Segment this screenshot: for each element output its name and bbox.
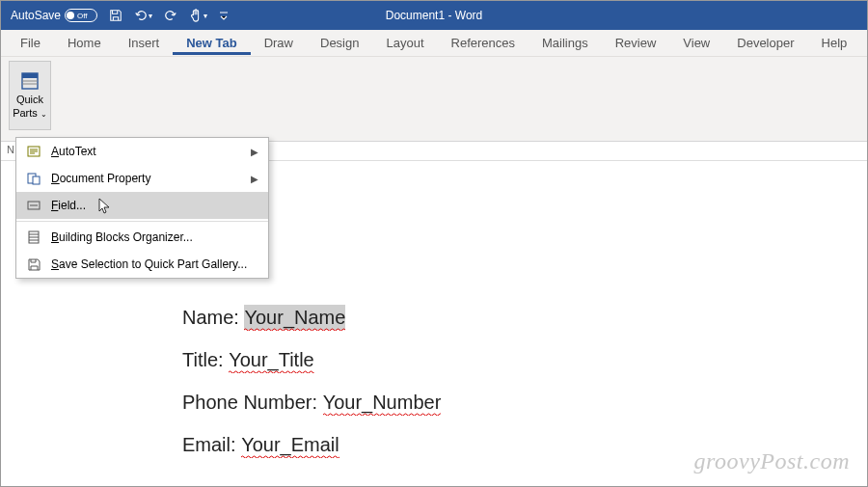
ribbon-tabs: File Home Insert New Tab Draw Design Lay…	[1, 30, 867, 57]
field-value: Your_Name	[244, 305, 345, 330]
tab-references[interactable]: References	[438, 32, 529, 54]
menu-label: Document Property	[51, 172, 251, 185]
title-bar: AutoSave Off ▾ ▾ Document1 - Word	[1, 1, 867, 30]
tab-file[interactable]: File	[7, 32, 54, 54]
autosave-label: AutoSave	[11, 9, 61, 22]
field-value: Your_Email	[241, 432, 339, 457]
field-value: Your_Title	[229, 347, 314, 372]
quick-parts-dropdown: AutoText ▶ Document Property ▶ Field... …	[15, 137, 269, 279]
menu-item-autotext[interactable]: AutoText ▶	[16, 138, 268, 165]
undo-button[interactable]: ▾	[130, 7, 156, 24]
menu-label: Building Blocks Organizer...	[51, 230, 258, 244]
watermark: groovyPost.com	[694, 448, 850, 474]
svg-rect-1	[22, 73, 38, 78]
save-button[interactable]	[105, 7, 126, 24]
qat-customize-button[interactable]	[215, 7, 232, 24]
ruler-marker: N	[7, 144, 14, 155]
field-value: Your_Number	[323, 390, 442, 415]
menu-item-save-selection[interactable]: Save Selection to Quick Part Gallery...	[16, 251, 268, 278]
quick-parts-button[interactable]: Quick Parts ⌄	[9, 61, 51, 130]
tab-insert[interactable]: Insert	[115, 32, 174, 54]
touch-mode-button[interactable]: ▾	[185, 7, 211, 24]
redo-button[interactable]	[160, 7, 181, 24]
toggle-switch-icon: Off	[65, 9, 97, 22]
quick-parts-label-2: Parts ⌄	[13, 107, 47, 120]
tab-help[interactable]: Help	[808, 32, 861, 54]
menu-item-field[interactable]: Field...	[16, 192, 268, 219]
field-icon	[26, 198, 41, 213]
doc-line-phone: Phone Number: Your_Number	[182, 390, 867, 415]
tab-design[interactable]: Design	[307, 32, 372, 54]
tab-developer[interactable]: Developer	[723, 32, 807, 54]
undo-icon	[134, 9, 148, 22]
overflow-icon	[219, 9, 229, 22]
svg-rect-6	[33, 176, 40, 184]
window-title: Document1 - Word	[386, 9, 482, 22]
tab-new-tab[interactable]: New Tab	[173, 32, 251, 55]
tab-view[interactable]: View	[669, 32, 723, 54]
quick-parts-label-1: Quick	[16, 94, 43, 106]
tab-draw[interactable]: Draw	[251, 32, 307, 54]
tab-home[interactable]: Home	[54, 32, 115, 54]
doc-line-title: Title: Your_Title	[182, 347, 867, 372]
menu-separator	[16, 221, 268, 222]
tab-mailings[interactable]: Mailings	[529, 32, 602, 54]
menu-label: Field...	[51, 199, 258, 212]
autotext-icon	[26, 144, 41, 159]
savesel-icon	[26, 257, 41, 272]
ribbon: Quick Parts ⌄	[1, 57, 867, 142]
menu-label: Save Selection to Quick Part Gallery...	[51, 257, 258, 271]
tab-review[interactable]: Review	[602, 32, 670, 54]
autosave-toggle[interactable]: AutoSave Off	[7, 7, 101, 24]
chevron-right-icon: ▶	[251, 147, 258, 157]
tab-layout[interactable]: Layout	[372, 32, 437, 54]
quick-access-toolbar: AutoSave Off ▾ ▾	[7, 7, 232, 24]
redo-icon	[164, 9, 177, 22]
docprop-icon	[26, 171, 41, 186]
quick-parts-icon	[20, 71, 40, 91]
menu-item-building-blocks[interactable]: Building Blocks Organizer...	[16, 224, 268, 251]
menu-item-document-property[interactable]: Document Property ▶	[16, 165, 268, 192]
hand-icon	[189, 9, 203, 22]
doc-line-name: Name: Your_Name	[182, 305, 867, 330]
menu-label: AutoText	[51, 145, 251, 158]
save-icon	[109, 9, 122, 22]
bborg-icon	[26, 230, 41, 245]
chevron-right-icon: ▶	[251, 174, 258, 184]
